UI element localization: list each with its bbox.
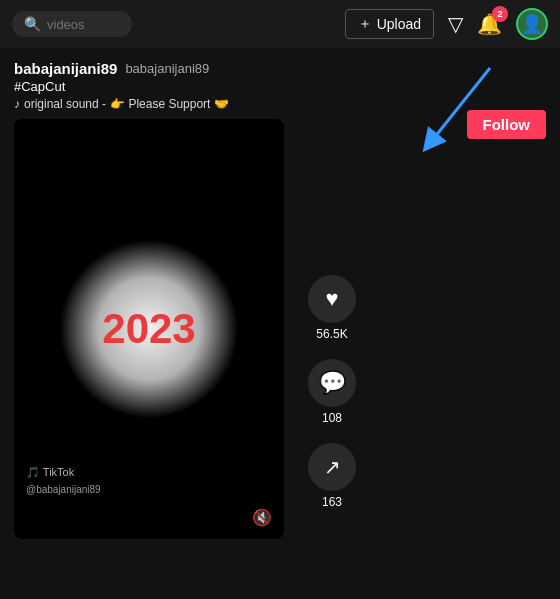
video-player[interactable]: 2023 🎵 TikTok @babajanijani89 🔇 [14, 119, 284, 539]
search-icon: 🔍 [24, 16, 41, 32]
hashtag: #CapCut [14, 79, 284, 94]
comment-button[interactable]: 💬 108 [308, 359, 356, 425]
user-info: babajanijani89 babajanijani89 #CapCut ♪ … [14, 60, 284, 111]
sound-emoji: 👉 Please Support 🤝 [110, 97, 229, 111]
video-column: babajanijani89 babajanijani89 #CapCut ♪ … [14, 60, 284, 539]
plus-icon: ＋ [358, 15, 372, 33]
tiktok-logo: 🎵 TikTok [26, 466, 74, 479]
video-username-overlay: @babajanijani89 [26, 484, 101, 495]
avatar-icon: 👤 [521, 13, 543, 35]
topbar-right: ＋ Upload ▽ 🔔 2 👤 [345, 8, 548, 40]
content-area: babajanijani89 babajanijani89 #CapCut ♪ … [0, 48, 560, 539]
notification-button[interactable]: 🔔 2 [477, 12, 502, 36]
search-box[interactable]: 🔍 [12, 11, 132, 37]
inbox-icon: ▽ [448, 12, 463, 36]
heart-icon: ♥ [325, 286, 338, 312]
upload-button[interactable]: ＋ Upload [345, 9, 434, 39]
share-icon-circle: ↗ [308, 443, 356, 491]
video-year: 2023 [102, 305, 195, 353]
music-note-icon: ♪ [14, 97, 20, 111]
like-icon-circle: ♥ [308, 275, 356, 323]
comment-icon: 💬 [319, 370, 346, 396]
username-bold: babajanijani89 [14, 60, 117, 77]
share-icon: ↗ [324, 455, 341, 479]
comment-icon-circle: 💬 [308, 359, 356, 407]
share-button[interactable]: ↗ 163 [308, 443, 356, 509]
follow-button[interactable]: Follow [467, 110, 547, 139]
share-count: 163 [322, 495, 342, 509]
like-button[interactable]: ♥ 56.5K [308, 275, 356, 341]
topbar: 🔍 ＋ Upload ▽ 🔔 2 👤 [0, 0, 560, 48]
mute-button[interactable]: 🔇 [252, 508, 272, 527]
sound-text: original sound - [24, 97, 106, 111]
action-column: ♥ 56.5K 💬 108 ↗ 163 [308, 60, 356, 539]
like-count: 56.5K [316, 327, 347, 341]
sound-row: ♪ original sound - 👉 Please Support 🤝 [14, 97, 284, 111]
upload-label: Upload [377, 16, 421, 32]
search-input[interactable] [47, 17, 117, 32]
username-row: babajanijani89 babajanijani89 [14, 60, 284, 77]
comment-count: 108 [322, 411, 342, 425]
avatar[interactable]: 👤 [516, 8, 548, 40]
username-light: babajanijani89 [125, 61, 209, 76]
notification-badge: 2 [492, 6, 508, 22]
inbox-button[interactable]: ▽ [448, 12, 463, 36]
